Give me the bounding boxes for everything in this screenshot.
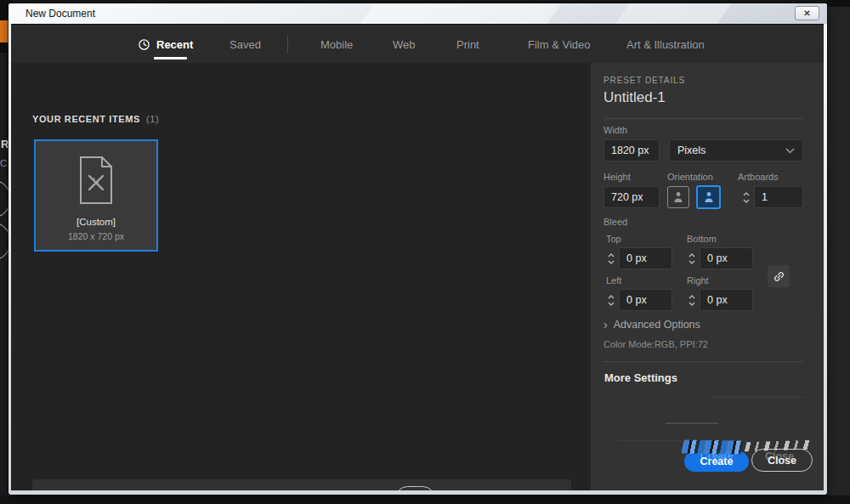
bleed-bottom-stepper[interactable] — [686, 247, 698, 269]
background-letter: R — [1, 138, 8, 150]
close-button[interactable]: Close — [751, 449, 813, 472]
recent-items-count: (1) — [146, 114, 159, 124]
bleed-top-field[interactable] — [620, 252, 672, 264]
chevron-down-icon — [785, 148, 795, 154]
create-button-label: Create — [700, 456, 734, 467]
tab-label: Film & Video — [528, 38, 590, 51]
more-settings-link[interactable]: More Settings — [604, 371, 677, 384]
stepper-down-icon — [688, 302, 695, 306]
units-dropdown[interactable]: Pixels — [669, 139, 803, 161]
stepper-down-icon — [688, 260, 695, 264]
bleed-right-field[interactable] — [700, 294, 752, 306]
orientation-label: Orientation — [667, 172, 713, 182]
bleed-bottom-label: Bottom — [687, 234, 717, 244]
tab-label: Recent — [156, 38, 193, 51]
preset-details-panel: PRESET DETAILS Width Pixels Height Orien… — [591, 63, 824, 490]
tab-label: Web — [393, 38, 416, 51]
titlebar-sheen — [605, 3, 737, 24]
height-label: Height — [604, 172, 631, 182]
stepper-up-icon — [608, 253, 615, 258]
tab-separator — [287, 36, 288, 54]
artboards-field[interactable] — [755, 191, 802, 203]
bleed-left-field-wrap — [619, 289, 672, 311]
recent-items-heading: YOUR RECENT ITEMS(1) — [32, 114, 159, 124]
stepper-down-icon — [608, 260, 615, 264]
width-label: Width — [604, 125, 627, 135]
divider — [604, 361, 803, 362]
bleed-left-field[interactable] — [620, 294, 672, 306]
link-icon — [773, 270, 785, 283]
glitch-line — [712, 397, 806, 398]
clock-icon — [138, 38, 150, 51]
tab-label: Mobile — [320, 38, 353, 51]
background-right-strip — [827, 0, 850, 504]
dialog-content: Recent Saved Mobile Web Print Film & Vid… — [11, 24, 824, 490]
orientation-landscape-button[interactable] — [696, 185, 721, 209]
stepper-up-icon — [608, 295, 615, 299]
background-letter: C — [0, 158, 7, 168]
bleed-right-stepper[interactable] — [686, 289, 698, 311]
chevron-right-icon: › — [604, 319, 608, 331]
dialog-titlebar[interactable]: New Document ✕ — [8, 3, 827, 24]
tab-label: Print — [456, 38, 479, 51]
tab-print[interactable]: Print — [456, 25, 479, 64]
bleed-top-label: Top — [606, 234, 621, 244]
background-orange-swatch — [0, 20, 8, 42]
close-icon: ✕ — [803, 8, 810, 18]
tab-bar: Recent Saved Mobile Web Print Film & Vid… — [11, 24, 824, 63]
dialog-title: New Document — [26, 8, 95, 20]
tab-recent[interactable]: Recent — [138, 25, 193, 64]
height-field[interactable] — [604, 191, 659, 203]
artboards-field-wrap — [754, 186, 803, 208]
height-field-wrap — [604, 186, 660, 208]
background-bottom-strip — [0, 496, 850, 504]
color-mode-summary: Color Mode:RGB, PPI:72 — [604, 339, 708, 349]
bleed-label: Bleed — [604, 217, 627, 227]
tab-web[interactable]: Web — [393, 25, 416, 64]
stock-search-input[interactable] — [156, 485, 374, 490]
recent-item-title: [Custom] — [76, 217, 116, 227]
tab-saved[interactable]: Saved — [230, 25, 261, 64]
tab-mobile[interactable]: Mobile — [320, 25, 353, 64]
artboards-label: Artboards — [738, 172, 779, 182]
new-document-dialog: New Document ✕ Recent Saved Mobile — [8, 3, 827, 495]
stepper-up-icon — [688, 253, 695, 258]
bleed-right-label: Right — [687, 275, 709, 286]
window-close-button[interactable]: ✕ — [795, 6, 819, 20]
glitch-line — [619, 440, 682, 441]
tab-label: Saved — [230, 38, 261, 51]
adobe-stock-search-bar: Go — [32, 479, 571, 490]
bleed-right-field-wrap — [700, 289, 753, 311]
go-button[interactable]: Go — [395, 486, 435, 490]
tab-film-video[interactable]: Film & Video — [528, 25, 590, 64]
glitch-line — [666, 422, 718, 424]
advanced-options-label: Advanced Options — [614, 319, 700, 331]
bleed-left-label: Left — [606, 275, 621, 286]
artboards-stepper[interactable] — [740, 186, 752, 208]
orientation-portrait-button[interactable] — [667, 186, 689, 208]
bleed-left-stepper[interactable] — [605, 289, 617, 311]
tab-label: Art & Illustration — [626, 38, 705, 51]
active-tab-underline — [154, 57, 187, 59]
width-field[interactable] — [604, 144, 659, 156]
titlebar-sheen — [350, 3, 567, 24]
bleed-bottom-field[interactable] — [700, 252, 752, 264]
stepper-down-icon — [608, 302, 615, 306]
recent-item-card-custom[interactable]: [Custom] 1820 x 720 px — [34, 139, 158, 252]
advanced-options-toggle[interactable]: › Advanced Options — [604, 319, 700, 331]
width-field-wrap — [604, 139, 660, 161]
landscape-person-icon — [702, 190, 716, 204]
bleed-link-button[interactable] — [768, 265, 790, 287]
stepper-up-icon — [688, 295, 695, 299]
close-button-label: Close — [768, 455, 796, 467]
stepper-up-icon — [743, 192, 750, 196]
bleed-bottom-field-wrap — [700, 247, 753, 269]
stepper-down-icon — [743, 199, 750, 203]
background-right-top-strip — [827, 0, 850, 7]
create-button[interactable]: Create — [684, 451, 749, 472]
units-selected-value: Pixels — [670, 144, 785, 156]
document-icon — [76, 156, 116, 205]
bleed-top-stepper[interactable] — [605, 247, 617, 269]
tab-art-illustration[interactable]: Art & Illustration — [626, 25, 705, 64]
document-name-field[interactable] — [604, 89, 803, 106]
